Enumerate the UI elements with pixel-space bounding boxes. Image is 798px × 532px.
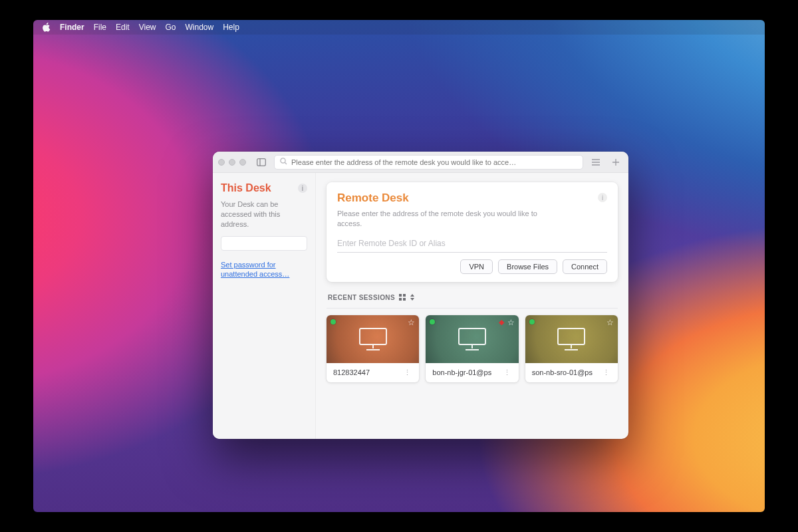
sort-icon[interactable] xyxy=(410,294,415,301)
remote-desk-description: Please enter the address of the remote d… xyxy=(337,209,557,229)
browse-files-button[interactable]: Browse Files xyxy=(498,259,557,274)
status-online-icon xyxy=(529,319,535,325)
sidebar-title-text: This Desk xyxy=(221,182,271,194)
main-content: Remote Desk Please enter the address of … xyxy=(316,173,628,439)
session-tile[interactable]: ◆ ☆ bon-nb-jgr-01@ps ⋮ xyxy=(426,315,518,382)
favorite-star-icon[interactable]: ☆ xyxy=(507,318,515,327)
sidebar-description: Your Desk can be accessed with this addr… xyxy=(221,200,307,229)
menubar-item-edit[interactable]: Edit xyxy=(116,23,130,32)
session-thumbnail: ☆ xyxy=(525,315,618,363)
svg-line-3 xyxy=(285,162,287,164)
monitor-icon xyxy=(555,326,587,352)
search-icon xyxy=(280,158,287,166)
close-button[interactable] xyxy=(218,159,225,166)
session-label: son-nb-sro-01@ps xyxy=(532,368,593,376)
session-menu-icon[interactable]: ⋮ xyxy=(502,368,512,377)
info-icon[interactable]: i xyxy=(298,184,307,193)
svg-point-2 xyxy=(281,158,285,163)
sidebar-toggle-icon[interactable] xyxy=(254,156,269,169)
remote-desk-title: Remote Desk xyxy=(337,192,557,205)
info-icon[interactable]: i xyxy=(598,193,607,202)
svg-marker-13 xyxy=(410,294,414,297)
vpn-button[interactable]: VPN xyxy=(460,259,493,274)
monitor-icon xyxy=(357,326,389,352)
anydesk-window: This Desk i Your Desk can be accessed wi… xyxy=(213,152,628,439)
svg-rect-9 xyxy=(399,294,402,297)
sidebar-title: This Desk i xyxy=(221,182,307,194)
svg-rect-11 xyxy=(399,298,402,301)
svg-rect-21 xyxy=(558,329,585,344)
session-tile[interactable]: ☆ son-nb-sro-01@ps ⋮ xyxy=(525,315,618,382)
apple-menu-icon[interactable] xyxy=(43,23,51,32)
session-menu-icon[interactable]: ⋮ xyxy=(402,368,412,377)
address-search-input[interactable] xyxy=(291,158,577,166)
svg-rect-18 xyxy=(459,329,485,344)
svg-rect-15 xyxy=(360,329,386,344)
session-thumbnail: ☆ xyxy=(327,315,419,363)
divider xyxy=(327,308,618,309)
sidebar-this-desk: This Desk i Your Desk can be accessed wi… xyxy=(213,173,316,439)
window-traffic-lights xyxy=(218,159,246,166)
menubar-item-file[interactable]: File xyxy=(94,23,106,32)
svg-marker-14 xyxy=(410,298,414,301)
alert-flag-icon: ◆ xyxy=(499,318,504,327)
connect-button[interactable]: Connect xyxy=(563,259,607,274)
session-tile[interactable]: ☆ 812832447 ⋮ xyxy=(327,315,419,382)
this-desk-address-input[interactable] xyxy=(221,236,307,251)
svg-rect-12 xyxy=(403,298,406,301)
minimize-button[interactable] xyxy=(229,159,235,166)
new-session-icon[interactable] xyxy=(608,156,623,169)
list-view-icon[interactable] xyxy=(589,156,603,169)
menubar-item-go[interactable]: Go xyxy=(166,23,176,32)
zoom-button[interactable] xyxy=(239,159,246,166)
svg-rect-10 xyxy=(403,294,406,297)
menubar-item-view[interactable]: View xyxy=(139,23,156,32)
recent-sessions-label: RECENT SESSIONS xyxy=(328,294,395,301)
remote-desk-id-input[interactable] xyxy=(337,235,607,253)
menubar-app-name[interactable]: Finder xyxy=(60,23,84,32)
session-label: 812832447 xyxy=(333,368,370,376)
window-titlebar xyxy=(213,152,628,173)
svg-rect-0 xyxy=(257,158,266,166)
favorite-star-icon[interactable]: ☆ xyxy=(606,318,614,327)
grid-view-icon[interactable] xyxy=(399,294,406,301)
recent-sessions-grid: ☆ 812832447 ⋮ ◆ ☆ xyxy=(327,315,618,382)
session-label: bon-nb-jgr-01@ps xyxy=(432,368,491,376)
desktop-wallpaper: Finder File Edit View Go Window Help xyxy=(33,20,765,512)
monitor-icon xyxy=(456,326,488,352)
recent-sessions-heading: RECENT SESSIONS xyxy=(328,294,618,301)
session-thumbnail: ◆ ☆ xyxy=(426,315,518,363)
status-online-icon xyxy=(430,319,435,325)
menubar-item-help[interactable]: Help xyxy=(223,23,239,32)
favorite-star-icon[interactable]: ☆ xyxy=(408,318,415,327)
set-password-link[interactable]: Set password for unattended access… xyxy=(221,260,307,280)
address-search-field[interactable] xyxy=(274,155,583,170)
session-menu-icon[interactable]: ⋮ xyxy=(601,368,611,377)
macos-menubar: Finder File Edit View Go Window Help xyxy=(33,20,765,35)
menubar-item-window[interactable]: Window xyxy=(186,23,214,32)
remote-desk-card: Remote Desk Please enter the address of … xyxy=(327,182,618,282)
status-online-icon xyxy=(331,319,336,325)
